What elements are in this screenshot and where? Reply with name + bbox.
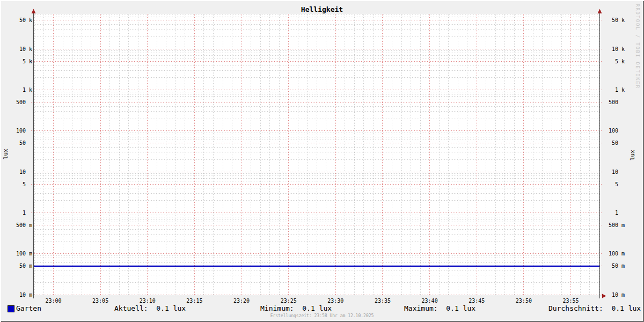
x-tick-label: 23:25 bbox=[273, 298, 305, 304]
x-tick-label: 23:45 bbox=[460, 298, 493, 304]
rrdtool-watermark: RRDTOOL / TOBI OETIKER bbox=[635, 4, 640, 89]
x-tick-label: 23:30 bbox=[319, 298, 352, 304]
y-axis-unit-right: lux bbox=[629, 150, 636, 160]
y-tick-label-right: 5 k bbox=[592, 58, 625, 64]
y-tick-label-left: 10 bbox=[0, 169, 32, 175]
y-tick-label-right: 1 k bbox=[592, 87, 625, 93]
legend-stat-maximum: Maximum: 0.1 lux bbox=[404, 304, 475, 312]
creation-time: Erstellungszeit: 23:58 Uhr am 12.10.2025 bbox=[0, 313, 644, 319]
legend-series-label: Garten bbox=[16, 304, 41, 312]
y-tick-label-left: 50 bbox=[0, 140, 32, 146]
y-axis-unit-left: lux bbox=[2, 149, 9, 159]
y-tick-label-left: 500 m bbox=[0, 222, 32, 228]
y-tick-label-right: 10 k bbox=[592, 46, 625, 52]
y-tick-label-left: 1 k bbox=[0, 87, 32, 93]
y-tick-label-left: 10 k bbox=[0, 46, 32, 52]
y-tick-label-right: 1 bbox=[592, 210, 625, 216]
y-tick-label-right: 50 k bbox=[592, 17, 625, 23]
y-tick-label-right: 50 m bbox=[592, 263, 625, 269]
y-tick-label-right: 10 bbox=[592, 169, 625, 175]
y-tick-label-right: 100 m bbox=[592, 251, 625, 257]
plot-area bbox=[0, 0, 644, 322]
x-tick-label: 23:20 bbox=[225, 298, 258, 304]
rrdtool-graph: Helligkeit lux lux RRDTOOL / TOBI OETIKE… bbox=[0, 0, 644, 322]
y-tick-label-right: 50 bbox=[592, 140, 625, 146]
x-tick-label: 23:40 bbox=[414, 298, 446, 304]
y-tick-label-left: 100 bbox=[0, 128, 32, 134]
y-tick-label-left: 500 bbox=[0, 99, 32, 105]
x-tick-label: 23:15 bbox=[178, 298, 210, 304]
y-tick-label-right: 500 bbox=[592, 99, 625, 105]
y-tick-label-left: 10 m bbox=[0, 292, 32, 298]
y-tick-label-right: 5 bbox=[592, 181, 625, 187]
y-tick-label-right: 10 m bbox=[592, 292, 625, 298]
y-tick-label-left: 5 k bbox=[0, 58, 32, 64]
series-color-swatch bbox=[8, 305, 14, 312]
legend-stat-minimum: Minimum: 0.1 lux bbox=[260, 304, 332, 312]
x-tick-label: 23:05 bbox=[84, 298, 116, 304]
y-tick-label-left: 50 m bbox=[0, 263, 32, 269]
y-tick-label-left: 5 bbox=[0, 181, 32, 187]
x-tick-label: 23:35 bbox=[367, 298, 399, 304]
y-tick-label-right: 100 bbox=[592, 128, 625, 134]
y-tick-label-left: 50 k bbox=[0, 17, 32, 23]
x-tick-label: 23:50 bbox=[508, 298, 540, 304]
y-tick-label-left: 100 m bbox=[0, 251, 32, 257]
y-tick-label-right: 500 m bbox=[592, 222, 625, 228]
legend-stat-aktuell: Aktuell: 0.1 lux bbox=[114, 304, 186, 312]
y-tick-label-left: 1 bbox=[0, 210, 32, 216]
x-tick-label: 23:00 bbox=[38, 298, 70, 304]
x-tick-label: 23:55 bbox=[555, 298, 587, 304]
x-tick-label: 23:10 bbox=[131, 298, 164, 304]
legend-stat-durchschnitt: Durchschnitt: 0.1 lux bbox=[548, 304, 641, 312]
